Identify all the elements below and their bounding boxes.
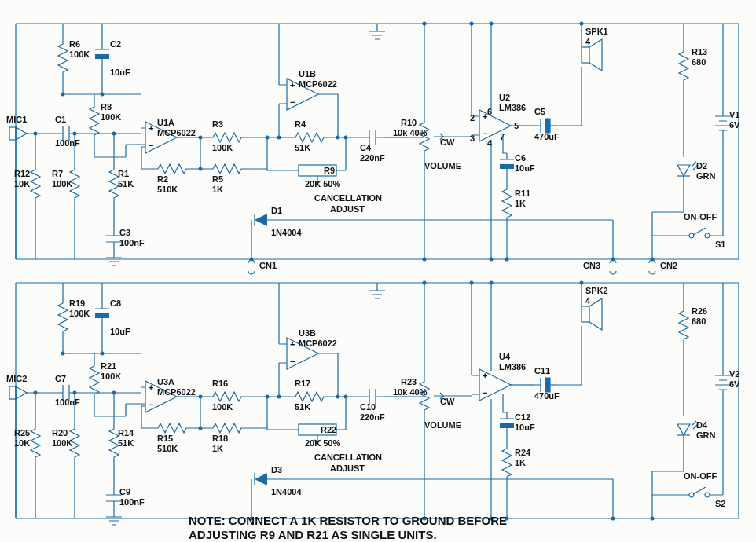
cancel-label-4: ADJUST [330,463,365,473]
note-line-2: ADJUSTING R9 AND R21 AS SINGLE UNITS. [189,528,437,541]
r16-ref: R16 [212,379,228,388]
c7-ref: C7 [55,374,66,383]
v2-val: 6V [729,379,740,389]
s2-ref: S2 [715,499,725,508]
r22-ref: R22 [321,425,336,434]
r19-val: 100K [69,309,90,318]
d2-val: GRN [696,171,716,181]
r24-val: 1K [515,458,526,467]
c1-ref: C1 [55,115,66,124]
u2-ref: U2 [499,93,510,102]
v1-ref: V1 [729,110,739,119]
r10-ref: R10 [401,118,417,127]
r15-val: 510K [157,444,178,453]
c5-val: 470uF [534,132,560,141]
r7-val: 100K [52,179,72,189]
c11-val: 470uF [534,391,560,401]
r10-val: 10k 40% [393,128,428,137]
channel-top: MIC1 C1 100nF R12 10K R7 100K R6 100K C2… [6,22,740,275]
u4-ref: U4 [499,352,511,361]
r14-ref: R14 [118,428,134,438]
cw-label-2: CW [440,397,455,406]
c12-ref: C12 [515,412,530,422]
c5-ref: C5 [534,107,545,116]
spk1-val: 4 [585,37,591,46]
r12-ref: R12 [14,169,30,178]
s1-ref: S1 [715,240,725,249]
volume-label-1: VOLUME [424,161,461,170]
v1-val: 6V [729,120,740,130]
r18-val: 1K [212,444,223,453]
r23-val: 10k 40% [393,387,428,397]
r8-val: 100K [101,112,121,122]
c9-val: 100nF [119,497,145,507]
r21-val: 100K [101,372,121,381]
r5-ref: R5 [212,174,223,184]
r1-val: 51K [118,179,134,189]
r7-ref: R7 [52,169,63,178]
u3b-ref: U3B [299,328,316,338]
onoff-1: ON-OFF [684,212,717,222]
r15-ref: R15 [157,434,173,443]
u3a-ref: U3A [157,377,174,386]
r26-val: 680 [692,317,706,326]
r13-ref: R13 [692,47,707,57]
r6-val: 100K [69,49,90,59]
d4-ref: D4 [696,420,708,430]
r11-ref: R11 [515,189,530,198]
r5-val: 1K [212,185,223,194]
u3a-val: MCP6022 [157,387,196,397]
r22-val: 20K 50% [305,438,340,448]
r25-val: 10K [14,438,30,448]
u1a-ref: U1A [157,118,174,127]
spk2-val: 4 [585,296,591,306]
cancel-label-2: ADJUST [330,204,365,214]
cw-label-1: CW [440,137,455,147]
u1a-val: MCP6022 [157,128,196,137]
volume-label-2: VOLUME [424,420,461,430]
c6-val: 10uF [515,163,535,173]
r20-ref: R20 [52,428,68,438]
c7-val: 100nF [55,397,80,407]
d4-val: GRN [696,430,716,440]
r4-val: 51K [295,143,310,152]
r17-ref: R17 [295,379,310,388]
note-line-1: NOTE: CONNECT A 1K RESISTOR TO GROUND BE… [189,514,507,527]
r1-ref: R1 [118,169,129,178]
c9-ref: C9 [119,487,130,496]
r20-val: 100K [52,438,72,448]
svg-text:4: 4 [487,138,493,148]
c10-ref: C10 [360,402,376,412]
c2-ref: C2 [110,39,121,49]
r23-ref: R23 [401,377,417,386]
v2-ref: V2 [729,369,739,379]
cn1: CN1 [259,261,277,270]
c8-val: 10uF [110,327,130,336]
r3-ref: R3 [212,119,223,129]
r19-ref: R19 [69,298,85,308]
r8-ref: R8 [101,102,112,112]
r13-val: 680 [692,57,706,67]
r26-ref: R26 [692,306,707,316]
c4-ref: C4 [360,143,372,152]
c11-ref: C11 [534,366,550,375]
spk1-ref: SPK1 [585,27,608,36]
r4-ref: R4 [295,119,306,129]
r6-ref: R6 [69,39,80,49]
r2-ref: R2 [157,174,168,184]
mic2-label: MIC2 [6,374,27,383]
channel-bottom: MIC2 C7 100nF R25 10K R20 100K R19 100K … [6,281,740,526]
r21-ref: R21 [101,361,116,371]
u3b-val: MCP6022 [299,339,337,348]
r24-ref: R24 [515,448,531,457]
c3-val: 100nF [119,238,145,247]
d3-ref: D3 [271,465,282,474]
mic1-label: MIC1 [6,115,27,124]
r12-val: 10K [14,179,30,189]
c12-val: 10uF [515,423,535,432]
r16-val: 100K [212,402,233,412]
cancel-label-1: CANCELLATION [314,193,382,203]
u4-val: LM386 [499,362,526,372]
r25-ref: R25 [14,428,30,438]
u1b-val: MCP6022 [299,79,337,89]
